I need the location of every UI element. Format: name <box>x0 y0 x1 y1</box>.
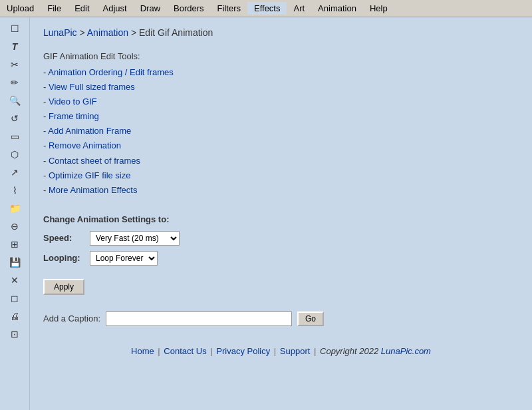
sidebar-icon-brush[interactable]: ⌇ <box>5 182 24 198</box>
speed-label: Speed: <box>43 233 90 243</box>
caption-section: Add a Caption: Go <box>43 311 519 326</box>
settings-section: Change Animation Settings to: Speed: Ver… <box>43 214 519 266</box>
tool-item-4: - Add Animation Frame <box>43 124 519 138</box>
caption-go-button[interactable]: Go <box>297 311 324 326</box>
footer-contact-link[interactable]: Contact Us <box>164 346 206 356</box>
menu-filters[interactable]: Filters <box>211 2 247 15</box>
content-area: LunaPic > Animation > Edit Gif Animation… <box>30 17 532 410</box>
breadcrumb-sep1: > <box>79 27 86 38</box>
footer-copyright-text: Copyright 2022 <box>320 346 381 356</box>
sidebar-icon-print[interactable]: 🖨 <box>5 308 24 324</box>
sidebar-icon-rectangle[interactable]: ▭ <box>5 128 24 144</box>
tools-list: - Animation Ordering / Edit frames- View… <box>43 65 519 198</box>
sidebar-icon-arrow[interactable]: ↗ <box>5 164 24 180</box>
sidebar-icon-folder[interactable]: 📁 <box>5 200 24 216</box>
sidebar-icon-close[interactable]: ✕ <box>5 272 24 288</box>
sidebar-icon-layers[interactable]: ⊡ <box>5 326 24 342</box>
speed-row: Speed: Very Fast (20 ms)Fast (50 ms)Medi… <box>43 231 519 246</box>
menu-animation[interactable]: Animation <box>311 2 363 15</box>
footer-home-link[interactable]: Home <box>131 346 154 356</box>
sidebar-icon-save[interactable]: 💾 <box>5 254 24 270</box>
tool-link-2[interactable]: Video to GIF <box>49 97 97 106</box>
looping-row: Looping: Loop ForeverNo LoopLoop 2xLoop … <box>43 251 519 266</box>
sidebar-icon-pencil[interactable]: ✏ <box>5 75 24 91</box>
tool-link-4[interactable]: Add Animation Frame <box>48 126 131 136</box>
sidebar-icon-lasso[interactable]: ⬡ <box>5 146 24 162</box>
settings-title: Change Animation Settings to: <box>43 214 519 224</box>
tools-title: GIF Animation Edit Tools: <box>43 51 519 61</box>
tool-item-2: - Video to GIF <box>43 95 519 109</box>
footer-sep2: | <box>210 346 215 356</box>
tool-item-8: - More Animation Effects <box>43 183 519 198</box>
sidebar-icon-eraser[interactable]: ⊖ <box>5 218 24 234</box>
sidebar-icon-crop[interactable]: ◻ <box>5 290 24 306</box>
tool-item-3: - Frame timing <box>43 109 519 124</box>
looping-select[interactable]: Loop ForeverNo LoopLoop 2xLoop 3x <box>90 251 158 266</box>
menu-upload[interactable]: Upload <box>0 2 41 15</box>
footer-sep3: | <box>274 346 279 356</box>
menu-help[interactable]: Help <box>363 2 394 15</box>
tool-link-7[interactable]: Optimize GIF file size <box>49 170 131 180</box>
sidebar-icon-scissors[interactable]: ✂ <box>5 57 24 73</box>
tools-section: GIF Animation Edit Tools: - Animation Or… <box>43 51 519 198</box>
caption-input[interactable] <box>106 311 292 326</box>
tool-item-5: - Remove Animation <box>43 138 519 153</box>
breadcrumb: LunaPic > Animation > Edit Gif Animation <box>43 27 519 38</box>
tool-link-0[interactable]: Animation Ordering / Edit frames <box>48 67 174 77</box>
tool-item-0: - Animation Ordering / Edit frames <box>43 65 519 80</box>
footer-privacy-link[interactable]: Privacy Policy <box>216 346 270 356</box>
menu-bar: Upload File Edit Adjust Draw Borders Fil… <box>0 0 532 17</box>
breadcrumb-animation-link[interactable]: Animation <box>87 27 128 38</box>
sidebar-icon-select[interactable]: ☐ <box>5 21 24 37</box>
tool-item-7: - Optimize GIF file size <box>43 168 519 183</box>
speed-select[interactable]: Very Fast (20 ms)Fast (50 ms)Medium (100… <box>90 231 180 246</box>
main-layout: ☐ T ✂ ✏ 🔍 ↺ ▭ ⬡ ↗ ⌇ 📁 ⊖ ⊞ 💾 ✕ ◻ 🖨 ⊡ Luna… <box>0 17 532 410</box>
caption-label: Add a Caption: <box>43 313 100 323</box>
menu-art[interactable]: Art <box>287 2 311 15</box>
tool-link-3[interactable]: Frame timing <box>49 111 99 121</box>
sidebar-icon-rotate[interactable]: ↺ <box>5 110 24 126</box>
footer-sep4: | <box>314 346 319 356</box>
breadcrumb-sep2: > <box>131 27 139 38</box>
tool-link-5[interactable]: Remove Animation <box>49 140 121 150</box>
footer: Home | Contact Us | Privacy Policy | Sup… <box>43 346 519 356</box>
looping-label: Looping: <box>43 253 90 263</box>
tool-link-1[interactable]: View Full sized frames <box>49 82 135 92</box>
apply-button[interactable]: Apply <box>43 279 84 295</box>
menu-edit[interactable]: Edit <box>68 2 96 15</box>
menu-file[interactable]: File <box>41 2 68 15</box>
footer-lunapic-link[interactable]: LunaPic.com <box>381 346 431 356</box>
sidebar-icon-magnify[interactable]: 🔍 <box>5 93 24 108</box>
breadcrumb-current: Edit Gif Animation <box>139 27 213 38</box>
tool-link-6[interactable]: Contact sheet of frames <box>49 156 140 166</box>
menu-draw[interactable]: Draw <box>134 2 167 15</box>
footer-sep1: | <box>158 346 162 356</box>
sidebar: ☐ T ✂ ✏ 🔍 ↺ ▭ ⬡ ↗ ⌇ 📁 ⊖ ⊞ 💾 ✕ ◻ 🖨 ⊡ <box>0 17 30 410</box>
tool-item-6: - Contact sheet of frames <box>43 154 519 168</box>
tool-link-8[interactable]: More Animation Effects <box>49 185 137 195</box>
menu-effects[interactable]: Effects <box>247 2 287 15</box>
sidebar-icon-grid[interactable]: ⊞ <box>5 236 24 252</box>
footer-support-link[interactable]: Support <box>280 346 311 356</box>
breadcrumb-lunapic-link[interactable]: LunaPic <box>43 27 77 38</box>
tool-item-1: - View Full sized frames <box>43 80 519 95</box>
sidebar-icon-text[interactable]: T <box>5 39 24 55</box>
menu-adjust[interactable]: Adjust <box>96 2 134 15</box>
menu-borders[interactable]: Borders <box>167 2 211 15</box>
